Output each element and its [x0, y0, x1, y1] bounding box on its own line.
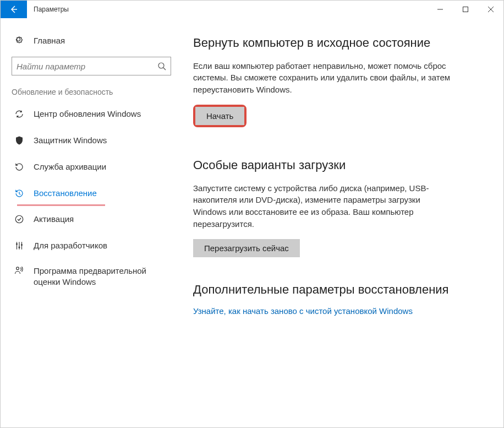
reset-description: Если ваш компьютер работает неправильно,… [193, 60, 452, 96]
check-circle-icon [13, 214, 26, 224]
main-container: Главная Обновление и безопасность Центр … [1, 18, 503, 427]
sidebar-item-insider[interactable]: Программа предварительной оценки Windows [6, 259, 177, 292]
section-more-recovery: Дополнительные параметры восстановления … [193, 281, 481, 317]
content-area: Вернуть компьютер в исходное состояние Е… [177, 18, 503, 427]
sidebar-item-label: Программа предварительной оценки Windows [34, 266, 171, 287]
section-advanced-startup: Особые варианты загрузки Запустите систе… [193, 157, 481, 257]
arrow-left-icon [9, 5, 18, 14]
sidebar-item-label: Восстановление [34, 188, 97, 199]
reset-start-button[interactable]: Начать [195, 107, 244, 125]
search-icon [157, 62, 166, 71]
sidebar: Главная Обновление и безопасность Центр … [1, 18, 177, 427]
restart-now-button[interactable]: Перезагрузить сейчас [193, 239, 300, 257]
advanced-startup-description: Запустите систему с устройства либо диск… [193, 182, 452, 230]
minimize-button[interactable] [428, 1, 453, 18]
maximize-button[interactable] [453, 1, 478, 18]
svg-line-6 [163, 68, 166, 70]
sidebar-item-defender[interactable]: Защитник Windows [6, 127, 177, 154]
sidebar-home[interactable]: Главная [6, 29, 177, 51]
svg-rect-2 [463, 7, 468, 12]
sidebar-item-developers[interactable]: Для разработчиков [6, 232, 177, 259]
advanced-startup-heading: Особые варианты загрузки [193, 157, 481, 174]
fresh-start-link[interactable]: Узнайте, как начать заново с чистой уста… [193, 306, 413, 316]
sidebar-item-recovery[interactable]: Восстановление [6, 180, 177, 207]
back-button[interactable] [1, 1, 27, 18]
backup-icon [13, 162, 26, 172]
search-input[interactable] [17, 62, 157, 71]
maximize-icon [463, 7, 468, 12]
sliders-icon [13, 241, 26, 251]
sidebar-item-backup[interactable]: Служба архивации [6, 154, 177, 180]
sidebar-item-label: Служба архивации [34, 161, 106, 172]
window-title: Параметры [34, 6, 69, 13]
svg-point-7 [15, 215, 23, 223]
svg-point-5 [158, 63, 164, 68]
sidebar-category-label: Обновление и безопасность [6, 75, 177, 101]
insider-icon [13, 266, 26, 275]
window-controls [428, 1, 503, 18]
sidebar-item-activation[interactable]: Активация [6, 206, 177, 232]
sidebar-item-label: Для разработчиков [34, 240, 107, 251]
section-reset: Вернуть компьютер в исходное состояние Е… [193, 35, 481, 133]
sidebar-item-label: Активация [34, 214, 74, 225]
history-icon [13, 188, 26, 198]
minimize-icon [437, 7, 443, 12]
sidebar-item-label: Защитник Windows [34, 135, 107, 146]
more-recovery-heading: Дополнительные параметры восстановления [193, 281, 481, 298]
sidebar-item-windows-update[interactable]: Центр обновления Windows [6, 101, 177, 127]
reset-heading: Вернуть компьютер в исходное состояние [193, 35, 481, 51]
sync-icon [13, 109, 26, 119]
shield-icon [13, 136, 26, 145]
sidebar-home-label: Главная [34, 36, 65, 45]
svg-point-11 [16, 243, 18, 245]
svg-point-13 [21, 244, 23, 246]
svg-point-12 [19, 247, 20, 248]
search-box[interactable] [12, 57, 171, 75]
sidebar-item-label: Центр обновления Windows [34, 109, 141, 120]
svg-point-14 [17, 267, 19, 270]
gear-icon [13, 35, 26, 45]
annotation-highlight-box: Начать [193, 105, 246, 127]
titlebar: Параметры [1, 1, 503, 18]
close-icon [488, 7, 494, 12]
close-button[interactable] [478, 1, 503, 18]
